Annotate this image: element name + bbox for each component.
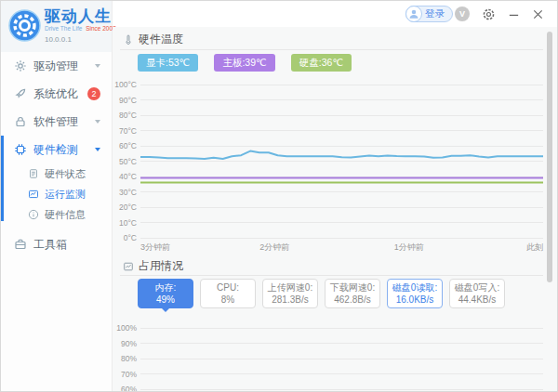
- usage-button-disk-read[interactable]: 磁盘0读取: 16.0KB/s: [387, 279, 443, 308]
- monitor-content: 硬件温度 显卡:53℃ 主板:39℃ 硬盘:36℃ 100°C90°C80°C7…: [113, 27, 557, 391]
- sidebar-item-label: 工具箱: [33, 237, 102, 253]
- sidebar-subitem-running-monitor[interactable]: 运行监测: [1, 184, 112, 204]
- divider: [120, 275, 543, 276]
- temp-badge-0[interactable]: 显卡:53℃: [138, 54, 198, 72]
- usage-button-label: 磁盘0读取:: [392, 281, 437, 294]
- app-logo-text: 驱动人生 Drive The Life Since 2007 10.0.0.1: [45, 8, 116, 44]
- sidebar-item-software-management[interactable]: 软件管理: [1, 108, 112, 136]
- usage-button-download[interactable]: 下载网速0: 462.8B/s: [325, 279, 380, 308]
- usage-button-label: CPU:: [217, 281, 239, 294]
- active-section-indicator: [1, 136, 4, 221]
- sidebar-item-system-optimization[interactable]: 系统优化 2: [1, 80, 112, 108]
- usage-button-label: 内存:: [155, 281, 177, 294]
- sidebar-nav: 驱动管理 系统优化 2 软件管理 硬: [1, 52, 112, 258]
- notification-badge: 2: [87, 87, 100, 100]
- avatar: [405, 6, 422, 22]
- gear-icon: [14, 59, 27, 72]
- chip-icon: [14, 143, 27, 156]
- usage-buttons: 内存: 49% CPU: 8% 上传网速0: 281.3B/s 下载网速0: 4…: [138, 279, 512, 308]
- app-name: 驱动人生: [45, 8, 116, 24]
- sidebar-item-label: 系统优化: [33, 86, 87, 102]
- usage-section-header: 占用情况: [123, 258, 183, 274]
- app-version: 10.0.0.1: [45, 36, 116, 44]
- app-tagline-row: Drive The Life Since 2007: [45, 26, 116, 33]
- chevron-down-icon: [95, 120, 100, 124]
- main-area: 登录 V 硬件温度 显卡:53℃: [113, 1, 557, 391]
- info-icon: [28, 209, 39, 220]
- sidebar-subitem-label: 硬件信息: [45, 208, 112, 222]
- usage-button-value: 49%: [156, 294, 175, 306]
- minimize-icon[interactable]: [508, 8, 520, 20]
- usage-button-value: 44.4KB/s: [458, 294, 497, 306]
- line-chart-icon: [28, 189, 39, 200]
- document-icon: [28, 168, 39, 179]
- sidebar-subitem-label: 运行监测: [45, 188, 112, 202]
- settings-gear-icon[interactable]: [482, 7, 496, 21]
- usage-button-value: 8%: [221, 294, 234, 306]
- sidebar-item-label: 驱动管理: [33, 59, 95, 74]
- temperature-badges: 显卡:53℃ 主板:39℃ 硬盘:36℃: [138, 54, 367, 72]
- temp-chart-plot: [140, 85, 543, 238]
- sidebar-item-driver-management[interactable]: 驱动管理: [1, 52, 112, 80]
- titlebar: 登录 V: [113, 1, 557, 27]
- sidebar-subitem-hardware-status[interactable]: 硬件状态: [1, 163, 112, 184]
- usage-button-value: 16.0KB/s: [396, 294, 434, 306]
- temp-chart-xlabels: 3分钟前2分钟前1分钟前此刻: [140, 242, 543, 253]
- selected-pointer: [161, 307, 170, 312]
- app-tagline: Drive The Life: [45, 25, 82, 32]
- login-label: 登录: [425, 7, 445, 20]
- usage-button-memory[interactable]: 内存: 49%: [138, 279, 193, 308]
- sidebar-item-label: 硬件检测: [33, 142, 95, 158]
- sidebar-item-hardware-detection[interactable]: 硬件检测: [1, 136, 112, 163]
- app-logo: 驱动人生 Drive The Life Since 2007 10.0.0.1: [1, 1, 112, 52]
- login-button[interactable]: 登录: [405, 6, 453, 22]
- app-since: Since 2007: [86, 25, 116, 32]
- usage-button-label: 磁盘0写入:: [455, 281, 499, 294]
- app-window: 驱动人生 Drive The Life Since 2007 10.0.0.1 …: [0, 0, 558, 392]
- close-icon[interactable]: [532, 8, 544, 20]
- sidebar-item-toolbox[interactable]: 工具箱: [1, 230, 112, 258]
- chevron-down-icon: [95, 148, 100, 151]
- divider: [120, 49, 543, 50]
- app-logo-icon: [7, 8, 42, 43]
- usage-section-title: 占用情况: [139, 258, 183, 274]
- temp-badge-2[interactable]: 硬盘:36℃: [291, 54, 352, 72]
- temperature-section-header: 硬件温度: [123, 32, 183, 47]
- vertical-scrollbar[interactable]: [547, 32, 552, 282]
- usage-button-disk-write[interactable]: 磁盘0写入: 44.4KB/s: [449, 279, 505, 308]
- rocket-icon: [14, 87, 27, 100]
- vip-badge-icon[interactable]: V: [455, 7, 470, 21]
- lock-icon: [14, 115, 27, 128]
- usage-button-value: 462.8B/s: [334, 294, 370, 306]
- sidebar-subitem-hardware-info[interactable]: 硬件信息: [1, 204, 112, 225]
- sidebar: 驱动人生 Drive The Life Since 2007 10.0.0.1 …: [1, 1, 113, 391]
- temp-badge-1[interactable]: 主板:39℃: [214, 54, 274, 72]
- toolbox-icon: [14, 238, 27, 251]
- usage-button-cpu[interactable]: CPU: 8%: [200, 279, 256, 308]
- thermometer-icon: [123, 34, 134, 46]
- usage-button-label: 下载网速0:: [330, 281, 375, 294]
- usage-button-label: 上传网速0:: [268, 281, 312, 294]
- usage-button-value: 281.3B/s: [272, 294, 308, 306]
- usage-button-upload[interactable]: 上传网速0: 281.3B/s: [262, 279, 318, 308]
- temperature-section-title: 硬件温度: [139, 32, 183, 47]
- chevron-down-icon: [95, 64, 100, 68]
- sidebar-subitem-label: 硬件状态: [45, 167, 112, 181]
- sidebar-item-label: 软件管理: [33, 114, 95, 130]
- usage-chart-icon: [123, 261, 134, 272]
